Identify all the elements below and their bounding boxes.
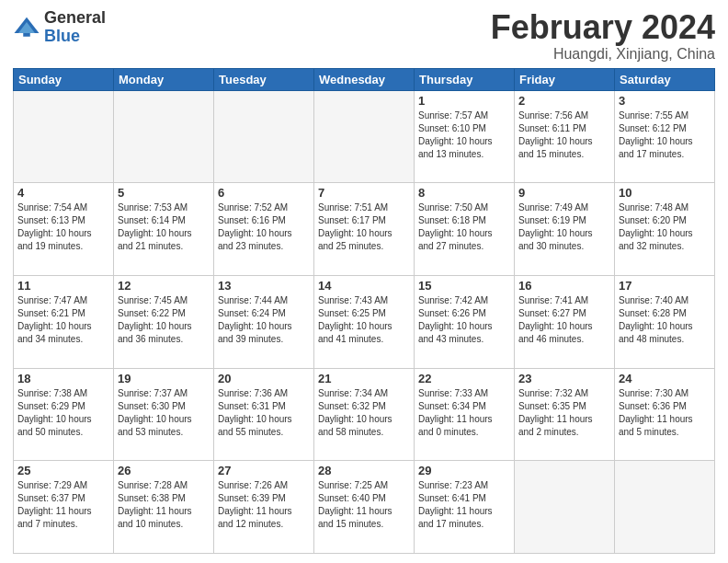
day-number: 1 (418, 94, 510, 108)
calendar-cell: 1Sunrise: 7:57 AM Sunset: 6:10 PM Daylig… (415, 90, 515, 183)
calendar-cell: 14Sunrise: 7:43 AM Sunset: 6:25 PM Dayli… (314, 275, 415, 368)
day-info: Sunrise: 7:52 AM Sunset: 6:16 PM Dayligh… (218, 201, 310, 253)
logo: General Blue (13, 9, 106, 46)
calendar-cell: 8Sunrise: 7:50 AM Sunset: 6:18 PM Daylig… (415, 183, 515, 276)
calendar-cell: 13Sunrise: 7:44 AM Sunset: 6:24 PM Dayli… (214, 275, 314, 368)
day-info: Sunrise: 7:53 AM Sunset: 6:14 PM Dayligh… (118, 201, 210, 253)
calendar-table: SundayMondayTuesdayWednesdayThursdayFrid… (13, 68, 715, 554)
day-number: 26 (118, 464, 210, 477)
day-number: 12 (118, 279, 210, 293)
day-number: 25 (17, 464, 109, 477)
day-number: 22 (418, 372, 510, 385)
day-info: Sunrise: 7:32 AM Sunset: 6:35 PM Dayligh… (518, 387, 610, 439)
day-header-tuesday: Tuesday (214, 68, 314, 90)
day-number: 20 (218, 372, 310, 385)
calendar-cell: 4Sunrise: 7:54 AM Sunset: 6:13 PM Daylig… (14, 183, 114, 276)
day-number: 27 (218, 464, 310, 477)
calendar-cell (615, 461, 715, 554)
calendar-cell: 6Sunrise: 7:52 AM Sunset: 6:16 PM Daylig… (214, 183, 314, 276)
calendar-cell: 23Sunrise: 7:32 AM Sunset: 6:35 PM Dayli… (515, 368, 615, 461)
day-number: 13 (218, 279, 310, 293)
week-row-1: 4Sunrise: 7:54 AM Sunset: 6:13 PM Daylig… (14, 183, 715, 276)
day-info: Sunrise: 7:54 AM Sunset: 6:13 PM Dayligh… (17, 201, 109, 253)
day-info: Sunrise: 7:30 AM Sunset: 6:36 PM Dayligh… (619, 387, 711, 439)
day-number: 23 (518, 372, 610, 385)
calendar-cell: 26Sunrise: 7:28 AM Sunset: 6:38 PM Dayli… (114, 461, 214, 554)
day-info: Sunrise: 7:37 AM Sunset: 6:30 PM Dayligh… (118, 387, 210, 439)
day-info: Sunrise: 7:47 AM Sunset: 6:21 PM Dayligh… (17, 294, 109, 346)
day-info: Sunrise: 7:26 AM Sunset: 6:39 PM Dayligh… (218, 479, 310, 531)
day-header-monday: Monday (114, 68, 214, 90)
day-info: Sunrise: 7:49 AM Sunset: 6:19 PM Dayligh… (518, 201, 610, 253)
day-number: 3 (619, 94, 711, 108)
subtitle: Huangdi, Xinjiang, China (491, 46, 715, 63)
calendar-cell (314, 90, 415, 183)
day-number: 7 (318, 186, 410, 200)
calendar-cell: 29Sunrise: 7:23 AM Sunset: 6:41 PM Dayli… (415, 461, 515, 554)
day-header-sunday: Sunday (14, 68, 114, 90)
calendar-cell: 11Sunrise: 7:47 AM Sunset: 6:21 PM Dayli… (14, 275, 114, 368)
week-row-3: 18Sunrise: 7:38 AM Sunset: 6:29 PM Dayli… (14, 368, 715, 461)
day-info: Sunrise: 7:45 AM Sunset: 6:22 PM Dayligh… (118, 294, 210, 346)
day-info: Sunrise: 7:51 AM Sunset: 6:17 PM Dayligh… (318, 201, 410, 253)
calendar-cell: 27Sunrise: 7:26 AM Sunset: 6:39 PM Dayli… (214, 461, 314, 554)
day-info: Sunrise: 7:23 AM Sunset: 6:41 PM Dayligh… (418, 479, 510, 531)
day-number: 2 (518, 94, 610, 108)
logo-blue-text: Blue (44, 28, 106, 46)
calendar-cell: 5Sunrise: 7:53 AM Sunset: 6:14 PM Daylig… (114, 183, 214, 276)
week-row-2: 11Sunrise: 7:47 AM Sunset: 6:21 PM Dayli… (14, 275, 715, 368)
day-info: Sunrise: 7:55 AM Sunset: 6:12 PM Dayligh… (619, 109, 711, 161)
day-info: Sunrise: 7:29 AM Sunset: 6:37 PM Dayligh… (17, 479, 109, 531)
calendar-cell (114, 90, 214, 183)
calendar-cell (214, 90, 314, 183)
day-info: Sunrise: 7:50 AM Sunset: 6:18 PM Dayligh… (418, 201, 510, 253)
logo-icon (13, 14, 40, 41)
title-block: February 2024 Huangdi, Xinjiang, China (491, 9, 715, 63)
logo-text: General Blue (44, 9, 106, 46)
calendar-cell: 21Sunrise: 7:34 AM Sunset: 6:32 PM Dayli… (314, 368, 415, 461)
page: General Blue February 2024 Huangdi, Xinj… (0, 0, 728, 563)
day-number: 15 (418, 279, 510, 293)
main-title: February 2024 (491, 9, 715, 46)
day-number: 5 (118, 186, 210, 200)
day-info: Sunrise: 7:34 AM Sunset: 6:32 PM Dayligh… (318, 387, 410, 439)
header: General Blue February 2024 Huangdi, Xinj… (13, 9, 715, 63)
day-info: Sunrise: 7:48 AM Sunset: 6:20 PM Dayligh… (619, 201, 711, 253)
day-info: Sunrise: 7:44 AM Sunset: 6:24 PM Dayligh… (218, 294, 310, 346)
calendar-cell: 2Sunrise: 7:56 AM Sunset: 6:11 PM Daylig… (515, 90, 615, 183)
calendar-cell: 12Sunrise: 7:45 AM Sunset: 6:22 PM Dayli… (114, 275, 214, 368)
day-info: Sunrise: 7:38 AM Sunset: 6:29 PM Dayligh… (17, 387, 109, 439)
calendar-cell: 24Sunrise: 7:30 AM Sunset: 6:36 PM Dayli… (615, 368, 715, 461)
day-info: Sunrise: 7:25 AM Sunset: 6:40 PM Dayligh… (318, 479, 410, 531)
day-number: 24 (619, 372, 711, 385)
day-info: Sunrise: 7:41 AM Sunset: 6:27 PM Dayligh… (518, 294, 610, 346)
calendar-cell: 3Sunrise: 7:55 AM Sunset: 6:12 PM Daylig… (615, 90, 715, 183)
day-number: 11 (17, 279, 109, 293)
calendar-cell: 17Sunrise: 7:40 AM Sunset: 6:28 PM Dayli… (615, 275, 715, 368)
day-number: 10 (619, 186, 711, 200)
day-number: 8 (418, 186, 510, 200)
day-info: Sunrise: 7:56 AM Sunset: 6:11 PM Dayligh… (518, 109, 610, 161)
calendar-cell: 19Sunrise: 7:37 AM Sunset: 6:30 PM Dayli… (114, 368, 214, 461)
calendar-cell (14, 90, 114, 183)
day-header-wednesday: Wednesday (314, 68, 415, 90)
day-number: 14 (318, 279, 410, 293)
day-header-saturday: Saturday (615, 68, 715, 90)
day-number: 4 (17, 186, 109, 200)
calendar-cell (515, 461, 615, 554)
calendar-cell: 22Sunrise: 7:33 AM Sunset: 6:34 PM Dayli… (415, 368, 515, 461)
calendar-header: SundayMondayTuesdayWednesdayThursdayFrid… (14, 68, 715, 90)
day-header-friday: Friday (515, 68, 615, 90)
calendar-cell: 20Sunrise: 7:36 AM Sunset: 6:31 PM Dayli… (214, 368, 314, 461)
svg-rect-2 (23, 33, 30, 37)
calendar-body: 1Sunrise: 7:57 AM Sunset: 6:10 PM Daylig… (14, 90, 715, 553)
week-row-4: 25Sunrise: 7:29 AM Sunset: 6:37 PM Dayli… (14, 461, 715, 554)
day-info: Sunrise: 7:40 AM Sunset: 6:28 PM Dayligh… (619, 294, 711, 346)
calendar-cell: 25Sunrise: 7:29 AM Sunset: 6:37 PM Dayli… (14, 461, 114, 554)
day-info: Sunrise: 7:57 AM Sunset: 6:10 PM Dayligh… (418, 109, 510, 161)
day-info: Sunrise: 7:36 AM Sunset: 6:31 PM Dayligh… (218, 387, 310, 439)
calendar-cell: 10Sunrise: 7:48 AM Sunset: 6:20 PM Dayli… (615, 183, 715, 276)
day-header-thursday: Thursday (415, 68, 515, 90)
calendar-cell: 16Sunrise: 7:41 AM Sunset: 6:27 PM Dayli… (515, 275, 615, 368)
day-number: 21 (318, 372, 410, 385)
